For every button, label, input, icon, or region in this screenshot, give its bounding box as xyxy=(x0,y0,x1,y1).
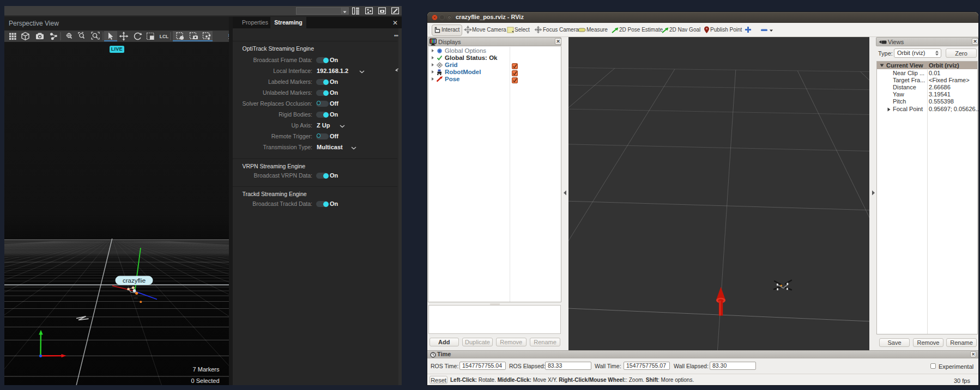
svg-text:crazyflie: crazyflie xyxy=(123,277,146,284)
svg-text:LCL: LCL xyxy=(160,34,169,39)
